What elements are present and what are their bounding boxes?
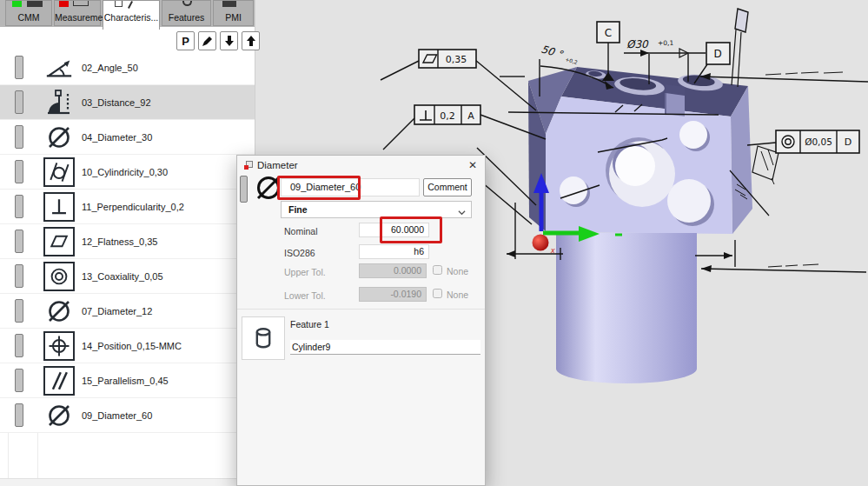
diameter-icon xyxy=(43,401,75,430)
diameter-dialog: Diameter ✕ 09_Diameter_60 Comment Fine N… xyxy=(236,155,486,486)
list-item-angle[interactable]: 02_Angle_50 xyxy=(0,50,255,85)
dia30-tol-text: +0,1 xyxy=(658,39,673,47)
upper-none-checkbox[interactable] xyxy=(433,265,442,275)
tab-cmm[interactable]: CMM xyxy=(5,0,52,26)
edit-button[interactable] xyxy=(198,31,216,50)
panel-bottom-strip xyxy=(0,478,255,486)
origin-sphere xyxy=(533,235,549,251)
angle-text: 50 ° xyxy=(540,43,565,61)
tab-characteristics[interactable]: Characteris... xyxy=(103,0,160,30)
datum-c-box: C xyxy=(597,22,620,43)
dialog-drag-handle[interactable] xyxy=(240,176,248,203)
cylinder-icon xyxy=(250,323,276,353)
dialog-titlebar[interactable]: Diameter ✕ xyxy=(237,156,485,175)
ribbon-tabbar: CMM Measureme... Characteris... Features… xyxy=(0,0,255,27)
tab-features[interactable]: Features xyxy=(162,0,211,26)
slot-notch xyxy=(666,84,685,117)
flatness-icon xyxy=(43,227,75,256)
perpendicularity-icon xyxy=(43,192,75,222)
cmm-icon xyxy=(12,1,22,7)
cylindricity-icon xyxy=(43,157,75,187)
tab-pmi[interactable]: PMI xyxy=(213,0,254,26)
move-up-button[interactable] xyxy=(242,31,260,50)
features-icon xyxy=(182,1,192,6)
feature-label: Feature 1 xyxy=(290,319,329,330)
feature-name-input[interactable]: Cylinder9 xyxy=(290,340,480,355)
characteristics-list: 02_Angle_50 03_Distance_92 xyxy=(0,50,255,433)
comment-button[interactable]: Comment xyxy=(423,178,472,196)
drag-handle[interactable] xyxy=(15,125,23,149)
plan-button[interactable]: P xyxy=(176,31,195,50)
lower-none-label: None xyxy=(447,290,468,300)
drag-handle[interactable] xyxy=(15,403,23,427)
drag-handle[interactable] xyxy=(15,334,23,357)
svg-text:Ø0,05: Ø0,05 xyxy=(805,136,832,147)
diameter-icon xyxy=(43,123,75,152)
dialog-title: Diameter xyxy=(257,160,298,170)
parallelism-icon xyxy=(43,366,75,396)
characteristics-icon xyxy=(115,1,123,7)
lower-tol-input: -0.0190 xyxy=(359,287,427,302)
drag-handle[interactable] xyxy=(15,160,23,183)
list-item-diameter12[interactable]: 07_Diameter_12 xyxy=(0,294,255,329)
dialog-app-icon xyxy=(244,161,254,170)
chevron-down-icon xyxy=(458,205,465,212)
characteristics-slash-icon xyxy=(128,1,133,9)
dialog-separator xyxy=(237,309,485,310)
tab-measurement[interactable]: Measureme... xyxy=(54,0,101,26)
list-item-perpendicularity[interactable]: 11_Perpendicularity_0,2 xyxy=(0,190,255,224)
perpendicularity-frame: 0,2 A xyxy=(414,105,480,124)
measurement-plan-icon xyxy=(73,1,89,6)
drag-handle[interactable] xyxy=(15,264,23,288)
drag-handle[interactable] xyxy=(15,299,23,323)
angle-icon xyxy=(43,53,75,83)
drag-handle[interactable] xyxy=(15,369,23,392)
svg-text:D: D xyxy=(713,48,721,60)
drag-handle[interactable] xyxy=(15,230,23,253)
measurement-icon xyxy=(59,1,69,7)
part-cylinder xyxy=(556,233,697,383)
tolerance-class-select[interactable]: Fine xyxy=(281,201,472,218)
nominal-label: Nominal xyxy=(284,226,318,236)
iso286-input[interactable]: h6 xyxy=(359,244,429,259)
svg-text:D: D xyxy=(845,136,851,148)
flatness-frame: 0,35 xyxy=(419,50,476,68)
list-item-flatness[interactable]: 12_Flatness_0,35 xyxy=(0,224,255,259)
distance-icon xyxy=(43,88,75,117)
upper-tol-label: Upper Tol. xyxy=(284,267,326,277)
angle-tol-text: +0,2 xyxy=(565,56,579,65)
iso286-label: ISO286 xyxy=(284,248,315,258)
svg-text:0,2: 0,2 xyxy=(440,110,455,122)
svg-text:A: A xyxy=(467,110,474,122)
pencil-icon xyxy=(202,36,213,47)
list-item-distance[interactable]: 03_Distance_92 xyxy=(0,85,255,120)
close-icon[interactable]: ✕ xyxy=(468,159,477,171)
pmi-icon xyxy=(222,1,236,7)
move-down-button[interactable] xyxy=(220,31,238,50)
arrow-up-icon xyxy=(246,35,256,47)
upper-none-label: None xyxy=(447,266,468,276)
drag-handle[interactable] xyxy=(15,56,23,79)
highlight-box-name xyxy=(277,176,361,200)
list-item-parallelism[interactable]: 15_Parallelism_0,45 xyxy=(0,363,255,398)
feature-type-button[interactable] xyxy=(242,316,285,360)
dia30-text: Ø30 xyxy=(626,38,649,50)
highlight-box-nominal xyxy=(380,216,442,243)
upper-tol-input: 0.0000 xyxy=(359,263,427,278)
lower-none-checkbox[interactable] xyxy=(433,289,442,298)
arrow-down-icon xyxy=(224,35,235,47)
drag-handle[interactable] xyxy=(15,90,23,114)
list-item-diameter60[interactable]: 09_Diameter_60 xyxy=(0,398,255,433)
list-item-cylindricity[interactable]: 10_Cylindricity_0,30 xyxy=(0,155,255,190)
list-item-position[interactable]: 14_Position_0,15-MMC xyxy=(0,329,255,363)
lower-tol-label: Lower Tol. xyxy=(284,290,326,301)
cmm-machine-icon xyxy=(27,1,43,7)
list-item-coaxiality[interactable]: 13_Coaxiality_0,05 xyxy=(0,259,255,294)
characteristics-panel: CMM Measureme... Characteris... Features… xyxy=(0,0,255,486)
coaxiality-frame: Ø0,05 D xyxy=(776,130,859,153)
list-item-diameter30[interactable]: 04_Diameter_30 xyxy=(0,120,255,155)
datum-d-box: D xyxy=(706,43,730,64)
drag-handle[interactable] xyxy=(15,195,23,218)
part-block xyxy=(528,67,752,234)
svg-text:0,35: 0,35 xyxy=(446,54,467,65)
